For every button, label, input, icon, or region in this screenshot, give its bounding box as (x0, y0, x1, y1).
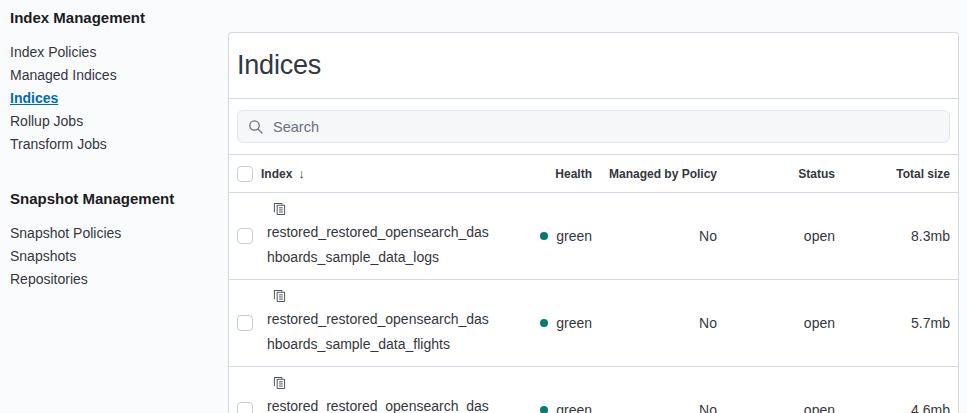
sidebar-item-snapshot-policies[interactable]: Snapshot Policies (10, 222, 218, 245)
health-value: green (556, 315, 592, 331)
health-value: green (556, 228, 592, 244)
status-value: open (717, 402, 835, 413)
row-checkbox[interactable] (237, 315, 253, 331)
table-row: restored_restored_opensearch_dashboards_… (229, 280, 958, 367)
status-value: open (717, 228, 835, 244)
index-name[interactable]: restored_restored_opensearch_dashboards_… (265, 307, 493, 357)
sidebar-item-managed-indices[interactable]: Managed Indices (10, 64, 218, 87)
row-checkbox[interactable] (237, 228, 253, 244)
column-header-index[interactable]: Index ↓ (261, 166, 497, 181)
index-name[interactable]: restored_restored_opensearch_dashboards_… (265, 394, 493, 413)
copy-icon[interactable] (273, 202, 286, 216)
sidebar-section-title-index-management: Index Management (10, 8, 218, 28)
select-all-checkbox[interactable] (237, 166, 253, 182)
column-header-total-size[interactable]: Total size (835, 167, 950, 181)
column-header-managed-by-policy[interactable]: Managed by Policy (592, 167, 717, 181)
sidebar: Index Management Index Policies Managed … (0, 0, 228, 413)
managed-by-policy-value: No (592, 315, 717, 331)
sidebar-item-snapshots[interactable]: Snapshots (10, 245, 218, 268)
column-header-health[interactable]: Health (497, 167, 592, 181)
index-name[interactable]: restored_restored_opensearch_dashboards_… (265, 220, 493, 270)
search-box[interactable] (237, 110, 950, 143)
indices-panel: Indices Index ↓ Health Managed by Poli (228, 32, 959, 413)
sidebar-section-title-snapshot-management: Snapshot Management (10, 189, 218, 209)
index-management-page: Index Management Index Policies Managed … (0, 0, 967, 413)
health-green-dot-icon (540, 319, 548, 327)
search-bar-row (229, 99, 958, 155)
search-icon (248, 119, 264, 135)
managed-by-policy-value: No (592, 228, 717, 244)
sidebar-item-transform-jobs[interactable]: Transform Jobs (10, 133, 218, 156)
copy-icon[interactable] (273, 376, 286, 390)
panel-header: Indices (229, 33, 958, 99)
table-row: restored_restored_opensearch_dashboards_… (229, 367, 958, 413)
indices-table: Index ↓ Health Managed by Policy Status … (229, 155, 958, 413)
sidebar-item-rollup-jobs[interactable]: Rollup Jobs (10, 110, 218, 133)
health-value: green (556, 402, 592, 413)
table-row: restored_restored_opensearch_dashboards_… (229, 193, 958, 280)
health-green-dot-icon (540, 406, 548, 413)
health-green-dot-icon (540, 232, 548, 240)
table-header-row: Index ↓ Health Managed by Policy Status … (229, 155, 958, 193)
status-value: open (717, 315, 835, 331)
column-header-status[interactable]: Status (717, 167, 835, 181)
sidebar-item-index-policies[interactable]: Index Policies (10, 41, 218, 64)
managed-by-policy-value: No (592, 402, 717, 413)
total-size-value: 5.7mb (835, 315, 950, 331)
sidebar-item-repositories[interactable]: Repositories (10, 268, 218, 291)
page-title: Indices (237, 47, 950, 84)
total-size-value: 8.3mb (835, 228, 950, 244)
search-input[interactable] (273, 119, 939, 135)
total-size-value: 4.6mb (835, 402, 950, 413)
sort-descending-icon: ↓ (298, 166, 305, 181)
sidebar-item-indices[interactable]: Indices (10, 87, 218, 110)
row-checkbox[interactable] (237, 402, 253, 413)
copy-icon[interactable] (273, 289, 286, 303)
